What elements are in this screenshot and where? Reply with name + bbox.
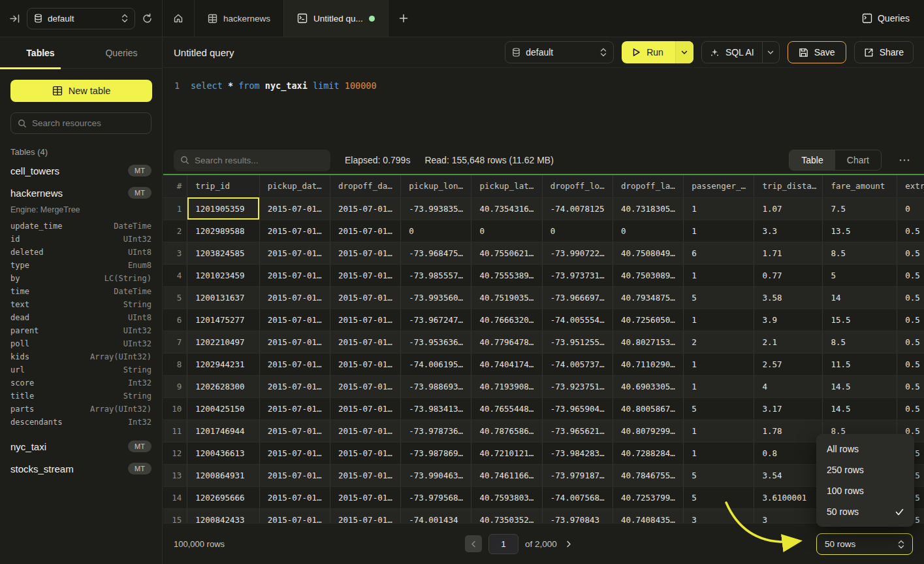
- table-cell[interactable]: 2015-07-01…: [330, 242, 400, 264]
- table-cell[interactable]: 40.7593803…: [471, 486, 542, 508]
- table-cell[interactable]: 40.8079299…: [613, 420, 683, 442]
- table-cell[interactable]: -73.953636…: [401, 331, 471, 353]
- table-cell[interactable]: 1201023459: [187, 264, 259, 286]
- table-cell[interactable]: 2015-07-01…: [330, 331, 400, 353]
- table-cell[interactable]: 40.8027153…: [613, 331, 683, 353]
- table-cell[interactable]: -73.978736…: [401, 420, 471, 442]
- table-cell[interactable]: 3.54: [754, 464, 823, 486]
- page-size-option[interactable]: 250 rows: [816, 459, 914, 480]
- table-cell[interactable]: 3.58: [754, 286, 823, 308]
- table-cell[interactable]: 0.5: [897, 331, 924, 353]
- table-cell[interactable]: 40.7666320…: [471, 308, 542, 331]
- table-cell[interactable]: 2015-07-01…: [259, 286, 330, 308]
- query-database-selector[interactable]: default: [505, 41, 614, 63]
- table-cell[interactable]: 8.5: [823, 242, 897, 264]
- table-cell[interactable]: 2015-07-01…: [330, 420, 400, 442]
- table-cell[interactable]: 6: [684, 242, 754, 264]
- tab-untitled-query[interactable]: Untitled qu...: [284, 0, 389, 37]
- sidebar-item-stocks-stream[interactable]: stocks_stream MT: [10, 457, 151, 480]
- sidebar-tab-tables[interactable]: Tables: [0, 37, 81, 68]
- table-cell[interactable]: 0: [542, 220, 613, 242]
- table-cell[interactable]: 1: [684, 197, 754, 220]
- table-cell[interactable]: 2.57: [754, 353, 823, 375]
- table-cell[interactable]: 2015-07-01…: [330, 286, 400, 308]
- table-cell[interactable]: -73.973731…: [542, 264, 613, 286]
- table-cell[interactable]: 1.78: [754, 420, 823, 442]
- table-cell[interactable]: 3: [754, 508, 823, 523]
- table-cell[interactable]: 2: [684, 331, 754, 353]
- table-cell[interactable]: 2015-07-01…: [259, 308, 330, 331]
- table-cell[interactable]: 40.7934875…: [613, 286, 683, 308]
- table-cell[interactable]: 8.5: [823, 331, 897, 353]
- table-cell[interactable]: 1202695666: [187, 486, 259, 508]
- table-cell[interactable]: 40.7256050…: [613, 308, 683, 331]
- table-cell[interactable]: 1201475277: [187, 308, 259, 331]
- table-cell[interactable]: -73.993835…: [401, 197, 471, 220]
- table-cell[interactable]: 1200425150: [187, 397, 259, 420]
- table-cell[interactable]: 1.07: [754, 197, 823, 220]
- table-cell[interactable]: 5: [684, 464, 754, 486]
- table-cell[interactable]: 11.5: [823, 353, 897, 375]
- more-options-button[interactable]: ⋯: [896, 153, 914, 167]
- table-cell[interactable]: -73.988693…: [401, 375, 471, 397]
- table-cell[interactable]: 0: [897, 197, 924, 220]
- table-cell[interactable]: 40.7550621…: [471, 242, 542, 264]
- table-cell[interactable]: 1: [684, 442, 754, 464]
- table-cell[interactable]: 2015-07-01…: [259, 397, 330, 420]
- table-cell[interactable]: 1: [684, 420, 754, 442]
- view-toggle-table[interactable]: Table: [789, 150, 835, 170]
- sidebar-item-nyc-taxi[interactable]: nyc_taxi MT: [10, 435, 151, 457]
- table-cell[interactable]: 40.7210121…: [471, 442, 542, 464]
- tab-hackernews[interactable]: hackernews: [195, 0, 284, 37]
- table-cell[interactable]: 3.3: [754, 220, 823, 242]
- table-cell[interactable]: 1202989588: [187, 220, 259, 242]
- table-cell[interactable]: 40.8005867…: [613, 397, 683, 420]
- table-cell[interactable]: -74.007568…: [542, 486, 613, 508]
- table-cell[interactable]: 1201905359: [187, 197, 259, 220]
- table-cell[interactable]: 40.7404174…: [471, 353, 542, 375]
- table-cell[interactable]: 1: [684, 308, 754, 331]
- table-cell[interactable]: 0: [401, 220, 471, 242]
- table-cell[interactable]: 0.5: [897, 353, 924, 375]
- table-cell[interactable]: 1: [684, 264, 754, 286]
- table-cell[interactable]: 2015-07-01…: [259, 375, 330, 397]
- tab-home[interactable]: [163, 0, 195, 37]
- table-cell[interactable]: 0.5: [897, 375, 924, 397]
- table-cell[interactable]: 0.5: [897, 286, 924, 308]
- table-cell[interactable]: -73.990722…: [542, 242, 613, 264]
- table-cell[interactable]: 40.7555389…: [471, 264, 542, 286]
- table-cell[interactable]: -74.0078125: [542, 197, 613, 220]
- table-cell[interactable]: 13.5: [823, 220, 897, 242]
- table-cell[interactable]: 2015-07-01…: [330, 442, 400, 464]
- database-selector[interactable]: default: [27, 8, 135, 29]
- table-cell[interactable]: -73.968475…: [401, 242, 471, 264]
- table-cell[interactable]: 2015-07-01…: [330, 220, 400, 242]
- prev-page-button[interactable]: [465, 535, 482, 552]
- table-cell[interactable]: 1200842433: [187, 508, 259, 523]
- table-cell[interactable]: 0.77: [754, 264, 823, 286]
- table-cell[interactable]: 2015-07-01…: [259, 420, 330, 442]
- table-cell[interactable]: 40.7655448…: [471, 397, 542, 420]
- table-cell[interactable]: 4: [754, 375, 823, 397]
- page-size-select[interactable]: 50 rows: [816, 533, 913, 555]
- next-page-button[interactable]: [564, 540, 574, 548]
- table-cell[interactable]: -73.965904…: [542, 397, 613, 420]
- column-header[interactable]: dropoff_lo…: [542, 175, 613, 197]
- column-header[interactable]: trip_id: [187, 175, 259, 197]
- table-cell[interactable]: -73.923751…: [542, 375, 613, 397]
- resource-search-input[interactable]: [32, 118, 144, 128]
- table-cell[interactable]: 40.7508049…: [613, 242, 683, 264]
- table-cell[interactable]: 2015-07-01…: [330, 397, 400, 420]
- table-cell[interactable]: 2.1: [754, 331, 823, 353]
- table-cell[interactable]: 1202210497: [187, 331, 259, 353]
- column-header[interactable]: pickup_dat…: [259, 175, 330, 197]
- view-toggle-chart[interactable]: Chart: [835, 150, 881, 170]
- table-cell[interactable]: 40.7354316…: [471, 197, 542, 220]
- table-cell[interactable]: 1: [684, 220, 754, 242]
- new-tab-button[interactable]: [389, 0, 419, 37]
- table-cell[interactable]: 2015-07-01…: [259, 264, 330, 286]
- table-cell[interactable]: 0: [613, 220, 683, 242]
- table-cell[interactable]: 0.8: [754, 442, 823, 464]
- table-cell[interactable]: -73.983413…: [401, 397, 471, 420]
- table-cell[interactable]: 1203824585: [187, 242, 259, 264]
